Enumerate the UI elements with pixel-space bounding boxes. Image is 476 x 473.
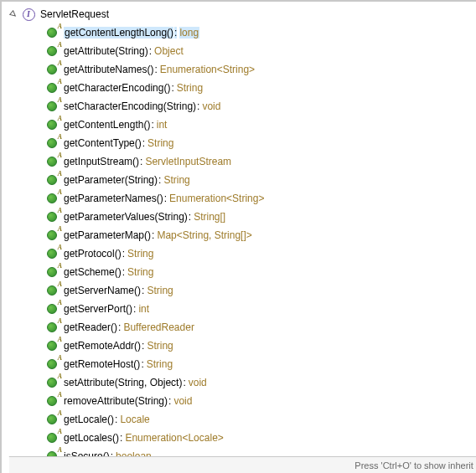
method-icon: A [45,339,59,352]
type-separator: : [142,340,144,352]
method-signature: getContentType() [64,137,142,149]
method-icon: A [45,136,59,150]
type-separator: : [164,193,167,204]
method-signature: getParameterValues(String) [64,211,188,223]
abstract-badge-icon: A [58,300,62,306]
return-type: ServletInputStream [145,156,231,167]
type-separator: : [118,321,121,333]
abstract-badge-icon: A [58,152,62,159]
tree-method-node[interactable]: AgetContentLength():int [8,116,476,134]
tree-method-node[interactable]: AgetReader():BufferedReader [8,318,476,337]
tree-method-node[interactable]: AgetContentLengthLong():long [8,23,476,42]
abstract-badge-icon: A [58,226,62,233]
method-icon: A [45,26,59,39]
method-icon: A [45,284,59,297]
tree-method-node[interactable]: AgetServerPort():int [8,300,476,318]
tree-method-node[interactable]: AgetServerName():String [8,281,476,300]
method-icon: A [45,173,59,187]
tree-method-node[interactable]: AgetParameterNames():Enumeration<String> [8,189,476,208]
abstract-badge-icon: A [58,79,62,85]
return-type: Locale [120,414,149,425]
type-separator: : [168,395,171,407]
method-signature: getServerName() [64,285,141,296]
method-icon: A [45,192,59,205]
tree-method-node[interactable]: AgetRemoteAddr():String [8,337,476,355]
return-type: void [173,395,192,407]
method-icon: A [45,376,59,389]
method-icon: A [45,44,59,58]
method-signature: getRemoteAddr() [64,340,141,352]
tree-method-node[interactable]: AgetScheme():String [8,263,476,281]
method-signature: setCharacterEncoding(String) [64,100,196,112]
method-icon: A [45,302,59,316]
method-signature: getParameterMap() [64,229,151,241]
return-type: String [127,248,153,260]
tree-method-node[interactable]: AgetContentType():String [8,134,476,152]
method-icon: A [45,118,59,131]
expand-toggle-icon[interactable] [8,9,18,19]
abstract-badge-icon: A [58,392,62,398]
tree-method-node[interactable]: AgetProtocol():String [8,244,476,263]
tree-method-node[interactable]: AgetParameterMap():Map<String, String[]> [8,226,476,244]
tree-method-node[interactable]: AsetAttribute(String, Object):void [8,373,476,392]
method-signature: getReader() [64,321,117,333]
tree-method-node[interactable]: AgetAttributeNames():Enumeration<String> [8,60,476,79]
tree-method-node[interactable]: AgetLocales():Enumeration<Locale> [8,429,476,447]
tree-method-node[interactable]: AgetAttribute(String):Object [8,42,476,60]
tree-method-node[interactable]: AgetLocale():Locale [8,410,476,429]
class-name-label: ServletRequest [40,8,109,20]
outline-tree[interactable]: ServletRequest AgetContentLengthLong():l… [2,2,476,465]
tree-method-node[interactable]: AsetCharacterEncoding(String):void [8,97,476,116]
type-separator: : [122,266,125,278]
method-list: AgetContentLengthLong():longAgetAttribut… [8,23,476,465]
return-type: BufferedReader [123,321,194,333]
return-type: Enumeration<String> [160,64,255,75]
tree-method-node[interactable]: AgetParameterValues(String):String[] [8,208,476,226]
type-separator: : [115,414,117,425]
method-icon: A [45,413,59,426]
return-type: String[] [194,211,225,223]
type-separator: : [158,174,161,186]
type-separator: : [133,303,136,315]
tree-method-node[interactable]: AgetRemoteHost():String [8,355,476,373]
return-type: String [127,266,153,278]
return-type: int [157,119,168,131]
tree-method-node[interactable]: AremoveAttribute(String):void [8,392,476,410]
tree-method-node[interactable]: AgetParameter(String):String [8,171,476,189]
type-separator: : [151,119,153,131]
method-icon: A [45,247,59,260]
return-type: String [147,137,173,149]
tree-method-node[interactable]: AgetCharacterEncoding():String [8,79,476,97]
method-signature: getContentLength() [64,119,150,131]
type-separator: : [189,211,191,223]
method-signature: getServerPort() [64,303,132,315]
abstract-badge-icon: A [58,189,62,196]
method-signature: getAttributeNames() [64,64,153,75]
abstract-badge-icon: A [58,281,62,288]
method-signature: setAttribute(String, Object) [64,377,182,388]
return-type: Map<String, String[]> [157,229,251,241]
return-type: String [147,340,173,352]
abstract-badge-icon: A [58,97,62,104]
type-separator: : [154,64,157,75]
tree-method-node[interactable]: AgetInputStream():ServletInputStream [8,152,476,171]
type-separator: : [197,100,199,112]
return-type: String [177,82,203,94]
method-signature: getParameterNames() [64,193,163,204]
method-icon: A [45,229,59,242]
tree-class-node[interactable]: ServletRequest [8,5,476,23]
method-signature: getInputStream() [64,156,139,167]
method-icon: A [45,100,59,113]
return-type: void [189,377,207,388]
method-signature: getLocale() [64,414,114,425]
method-signature: getParameter(String) [64,174,158,186]
type-separator: : [183,377,185,388]
type-separator: : [122,248,125,260]
abstract-badge-icon: A [58,318,62,325]
abstract-badge-icon: A [58,60,62,67]
return-type: String [147,358,173,370]
return-type: Enumeration<Locale> [125,432,223,444]
type-separator: : [120,432,122,444]
method-signature: getProtocol() [64,248,122,260]
abstract-badge-icon: A [58,116,62,122]
